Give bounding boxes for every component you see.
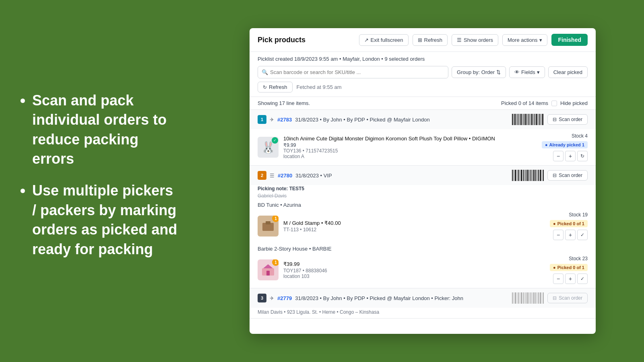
search-input[interactable] <box>258 66 448 78</box>
svg-rect-34 <box>532 170 533 181</box>
svg-rect-43 <box>266 221 270 224</box>
product-badge-2b: 1 <box>272 259 279 266</box>
svg-rect-37 <box>537 170 537 181</box>
toolbar: Picklist created 18/9/2023 9:55 am • May… <box>250 52 596 97</box>
svg-rect-35 <box>533 170 535 181</box>
show-orders-button[interactable]: ☰ Show orders <box>452 34 498 46</box>
product-location-2b: location 103 <box>283 274 545 279</box>
svg-rect-54 <box>523 292 524 304</box>
svg-rect-19 <box>541 114 541 125</box>
svg-rect-25 <box>518 170 519 181</box>
qty-minus-2b[interactable]: − <box>553 274 564 284</box>
more-actions-button[interactable]: More actions ▾ <box>502 34 547 46</box>
order-badge-2: 2 <box>258 171 266 180</box>
order-id-2[interactable]: #2780 <box>278 173 292 179</box>
page-title: Pick products <box>258 36 355 44</box>
product-sku-2a: TT-113 • 10612 <box>283 227 545 232</box>
scan-order-button-2[interactable]: ⊟ Scan order <box>547 170 588 181</box>
picked-count: Picked 0 of 14 items <box>501 100 548 106</box>
svg-rect-22 <box>514 170 514 181</box>
fetched-at: Fetched at 9:55 am <box>297 84 342 90</box>
order-meta-2: 31/8/2023 • VIP <box>295 173 509 179</box>
product-sku-1: TOY136 • 711574723515 <box>283 148 537 154</box>
hide-picked-checkbox[interactable] <box>551 101 557 106</box>
chevron-down-icon: ▾ <box>539 37 542 43</box>
status-dot-2a: ● <box>553 221 556 226</box>
svg-rect-39 <box>540 170 541 181</box>
product-name-2b: ₹39.99 <box>283 261 545 267</box>
svg-rect-9 <box>525 114 526 125</box>
svg-rect-38 <box>538 170 539 181</box>
order-group-2: 2 ☰ #2780 31/8/2023 • VIP <box>250 166 596 288</box>
group-by-button[interactable]: Group by: Order ⇅ <box>452 66 506 78</box>
qty-plus-2b[interactable]: + <box>565 274 576 284</box>
order-id-3[interactable]: #2779 <box>277 295 292 301</box>
qty-minus-2a[interactable]: − <box>553 230 564 240</box>
finished-button[interactable]: Finished <box>551 34 588 46</box>
refresh-button[interactable]: ⊞ Refresh <box>413 34 448 46</box>
order-badge-3: 3 <box>258 294 266 302</box>
scan-order-button-1[interactable]: ⊟ Scan order <box>547 114 588 125</box>
svg-rect-60 <box>532 292 533 304</box>
right-panel: Pick products ↗ Exit fullscreen ⊞ Refres… <box>201 20 644 342</box>
refresh-toolbar-button[interactable]: ↻ Refresh <box>258 82 293 93</box>
status-badge-1: ● Already picked 1 <box>542 141 588 148</box>
bullet-item-2: Use multiple pickers / packers by markin… <box>32 181 181 259</box>
scan-order-button-3[interactable]: ⊟ Scan order <box>547 293 588 303</box>
product-sku-2b: TOY187 • 88838046 <box>283 268 545 274</box>
svg-rect-12 <box>530 114 530 125</box>
product-name-2a: M / Gold Stamp • ₹40.00 <box>283 220 545 226</box>
qty-plus-2a[interactable]: + <box>565 230 576 240</box>
qty-check-2b[interactable]: ✓ <box>577 274 588 284</box>
order-barcode-2 <box>512 170 544 181</box>
order-barcode-1 <box>512 114 544 125</box>
barcode-icon-2: ⊟ <box>553 173 557 178</box>
product-badge-2a: 1 <box>272 216 279 222</box>
qty-plus-1[interactable]: + <box>565 151 576 161</box>
svg-rect-36 <box>535 170 536 181</box>
qty-controls-1: − + ↻ <box>553 151 588 161</box>
clear-picked-button[interactable]: Clear picked <box>548 66 588 78</box>
svg-rect-28 <box>523 170 524 181</box>
order-icon-2: ☰ <box>270 173 275 179</box>
svg-rect-29 <box>524 170 525 181</box>
svg-rect-13 <box>531 114 533 125</box>
qty-check-2a[interactable]: ✓ <box>577 230 588 240</box>
stats-row: Showing 17 line items. Picked 0 of 14 it… <box>250 97 596 110</box>
svg-rect-10 <box>527 114 528 125</box>
status-dot-1: ● <box>545 142 548 147</box>
svg-rect-62 <box>535 292 536 304</box>
svg-rect-50 <box>517 292 517 304</box>
barcode-icon-1: ⊟ <box>553 117 557 122</box>
fields-button[interactable]: 👁 Fields ▾ <box>509 66 545 78</box>
svg-rect-52 <box>520 292 520 304</box>
svg-marker-45 <box>263 264 273 268</box>
svg-rect-55 <box>524 292 525 304</box>
qty-minus-1[interactable]: − <box>553 151 564 161</box>
qty-refresh-1[interactable]: ↻ <box>577 151 588 161</box>
order-badge-1: 1 <box>258 115 266 124</box>
fields-icon: 👁 <box>514 69 520 75</box>
hide-picked-label: Hide picked <box>560 100 588 106</box>
product-row-2b: 1 ₹39.99 TOY187 • 88838046 location <box>250 252 596 288</box>
svg-rect-26 <box>520 170 520 181</box>
order-id-1[interactable]: #2783 <box>277 117 292 123</box>
product-right-2b: Stock 23 ● Picked 0 of 1 − + ✓ <box>550 256 588 284</box>
stock-info-2a: Stock 19 <box>569 212 588 218</box>
orders-list: 1 ✈ #2783 31/8/2023 • By John • By PDP •… <box>250 110 596 334</box>
svg-rect-32 <box>529 170 530 181</box>
svg-rect-58 <box>529 292 530 304</box>
order-header-2: 2 ☰ #2780 31/8/2023 • VIP <box>250 166 596 185</box>
svg-rect-7 <box>522 114 523 125</box>
group-by-chevron-icon: ⇅ <box>496 69 501 75</box>
svg-rect-16 <box>536 114 537 125</box>
product-info-2a: M / Gold Stamp • ₹40.00 TT-113 • 10612 <box>283 220 545 232</box>
barcode-icon-3: ⊟ <box>553 295 557 301</box>
svg-rect-56 <box>526 292 526 304</box>
exit-fullscreen-button[interactable]: ↗ Exit fullscreen <box>359 34 409 46</box>
order-header-1: 1 ✈ #2783 31/8/2023 • By John • By PDP •… <box>250 110 596 129</box>
stock-info-1: Stock 4 <box>572 133 588 139</box>
showing-text: Showing 17 line items. <box>258 100 310 106</box>
product-right-2a: Stock 19 ● Picked 0 of 1 − + ✓ <box>550 212 588 240</box>
svg-rect-49 <box>515 292 516 304</box>
